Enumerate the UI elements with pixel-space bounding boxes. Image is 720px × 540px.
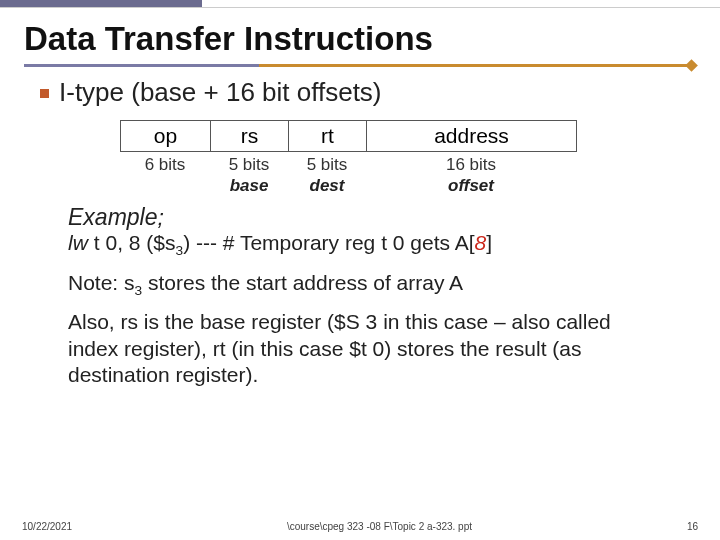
content-area: I-type (base + 16 bit offsets) op rs rt … — [0, 77, 720, 388]
example-text: t 0, 8 ($s3) --- # Temporary reg t 0 get… — [94, 231, 492, 258]
note1b: stores the start address of array A — [142, 271, 463, 294]
bullet-icon — [40, 89, 49, 98]
example-p2: ) --- # Temporary reg t 0 gets A[ — [183, 231, 474, 254]
bits-addr: 16 bits — [366, 155, 576, 175]
example-header: Example; — [68, 204, 680, 231]
role-op — [120, 176, 210, 196]
bits-row: 6 bits 5 bits 5 bits 16 bits — [120, 155, 680, 175]
role-row: base dest offset — [120, 176, 680, 196]
example-p3: ] — [486, 231, 492, 254]
decorative-top-bar — [0, 0, 720, 8]
role-rs: base — [210, 176, 288, 196]
note-1: Note: s3 stores the start address of arr… — [68, 270, 652, 299]
field-address: address — [367, 121, 577, 152]
role-addr: offset — [366, 176, 576, 196]
footer: 10/22/2021 \course\cpeg 323 -08 F\Topic … — [0, 521, 720, 532]
footer-date: 10/22/2021 — [22, 521, 72, 532]
bits-rt: 5 bits — [288, 155, 366, 175]
field-rs: rs — [211, 121, 289, 152]
bullet-item: I-type (base + 16 bit offsets) — [40, 77, 680, 108]
footer-path: \course\cpeg 323 -08 F\Topic 2 a-323. pp… — [72, 521, 687, 532]
role-rt: dest — [288, 176, 366, 196]
mnemonic: lw — [68, 231, 88, 255]
note1a: Note: s — [68, 271, 135, 294]
bullet-text: I-type (base + 16 bit offsets) — [59, 77, 382, 108]
bits-rs: 5 bits — [210, 155, 288, 175]
instruction-format-table: op rs rt address — [120, 120, 577, 152]
field-rt: rt — [289, 121, 367, 152]
page-title: Data Transfer Instructions — [0, 8, 720, 64]
example-sub1: 3 — [176, 243, 184, 258]
bits-op: 6 bits — [120, 155, 210, 175]
note1-sub: 3 — [135, 283, 143, 298]
field-op: op — [121, 121, 211, 152]
example-line: lw t 0, 8 ($s3) --- # Temporary reg t 0 … — [68, 231, 680, 258]
example-p1: t 0, 8 ($s — [94, 231, 176, 254]
title-underline — [24, 64, 696, 67]
example-idx: 8 — [475, 231, 487, 254]
note-2: Also, rs is the base register ($S 3 in t… — [68, 309, 652, 388]
table-row: op rs rt address — [121, 121, 577, 152]
footer-page: 16 — [687, 521, 698, 532]
